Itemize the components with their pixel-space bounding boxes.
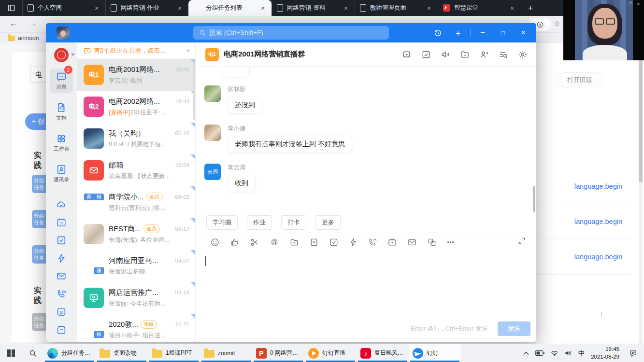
flash-icon[interactable] <box>57 253 66 264</box>
group-task-badge[interactable]: 分组任务 <box>32 245 46 264</box>
my-avatar[interactable] <box>57 27 70 40</box>
mention-icon[interactable]: @ <box>270 237 279 247</box>
send-button[interactable]: 发送 <box>498 321 530 336</box>
add-member-icon[interactable] <box>479 50 489 59</box>
conversation-business-school[interactable]: 勇 桐 商学院小...全员08-02 贾利云(贾利云): [签... <box>77 186 195 218</box>
tab-close-icon[interactable]: × <box>342 4 350 12</box>
study-circle-button[interactable]: 学习圈 <box>206 215 238 230</box>
rail-item-messages[interactable]: 2 消息 <box>50 69 73 93</box>
conversation-shop-operation[interactable]: 网店运营推广...03-18 张雪丽: 今年还有师... <box>77 282 195 314</box>
dingtalk-titlebar[interactable]: 搜索 (Ctrl+Shift+F) ＋ − □ × <box>46 23 536 42</box>
announcement-icon[interactable] <box>441 50 450 59</box>
taskbar-app-ppt-folder[interactable]: 1授课PPT <box>148 344 200 362</box>
minimize-button[interactable]: − <box>474 23 491 42</box>
new-tab-button[interactable]: + <box>521 0 540 16</box>
phone-icon[interactable] <box>56 289 67 299</box>
mail-icon[interactable] <box>407 237 417 247</box>
rail-item-docs[interactable]: 文档 <box>50 99 73 124</box>
wifi-icon[interactable] <box>551 350 558 356</box>
banner-close-icon[interactable]: × <box>186 46 190 55</box>
taskbar-search-button[interactable] <box>22 344 43 362</box>
live-banner[interactable]: 有2个群正在直播，点击... × <box>77 42 195 59</box>
file-icon[interactable] <box>289 237 299 247</box>
language-begin-link[interactable]: language.begin <box>574 253 622 261</box>
global-search-input[interactable]: 搜索 (Ctrl+Shift+F) <box>193 26 389 40</box>
taskbar-app-desktop-folder[interactable]: 桌面杂物 <box>96 344 148 362</box>
tab-close-icon[interactable]: × <box>508 4 516 12</box>
split-screen-icon[interactable] <box>427 237 437 247</box>
member-avatar[interactable] <box>204 85 221 102</box>
rail-item-workbench[interactable]: 工作台 <box>50 130 73 155</box>
message-scrollbar[interactable] <box>533 186 535 212</box>
tab-personal-space[interactable]: 个人空间 × <box>22 0 105 16</box>
open-old-version-button[interactable]: 打开旧版 <box>557 72 603 87</box>
taskbar-app-netease-music[interactable]: ♪ 夏日晚风 - ... <box>357 344 409 362</box>
calendar-icon[interactable]: 29 <box>56 217 67 228</box>
drawer-icon[interactable] <box>56 324 67 335</box>
settings-gear-icon[interactable] <box>518 50 528 59</box>
taskbar-app-zoomit[interactable]: zoomit <box>200 344 252 362</box>
back-button[interactable]: ← <box>10 19 18 28</box>
conversation-self[interactable]: 我（吴昀）05-10 0.0 sE:/ 想要吃下短... <box>77 123 195 154</box>
page-scrollbar[interactable] <box>639 43 643 344</box>
tab-teacher-admin[interactable]: 教师管理页面 × <box>355 0 438 16</box>
member-avatar[interactable] <box>204 125 221 141</box>
favorite-star-icon[interactable]: ☆ <box>554 19 560 28</box>
message-area[interactable]: 张林影 还没到 李小姗 老师我有点事刚才没签上到 不好意思 云周 <box>196 67 536 212</box>
add-icon[interactable]: ＋ <box>450 23 466 42</box>
battery-icon[interactable] <box>535 350 544 356</box>
group-files-icon[interactable] <box>460 50 470 59</box>
checkin-button[interactable]: 打卡 <box>281 215 306 230</box>
live-tv-icon[interactable] <box>387 237 397 247</box>
conversation-ec2002[interactable]: 电2 电商2002网络...19:44 [直播中]231任亚平: ... <box>77 91 195 123</box>
conversation-list-scrollbar[interactable] <box>193 62 195 120</box>
tray-expand-icon[interactable] <box>523 351 529 355</box>
more-button[interactable]: 更多 <box>315 215 341 230</box>
expand-icon[interactable] <box>518 237 526 245</box>
screenshot-scissors-icon[interactable] <box>250 237 259 247</box>
message-bubble[interactable]: 还没到 <box>228 97 262 114</box>
volume-icon[interactable] <box>565 350 572 356</box>
flash-icon[interactable] <box>349 237 358 247</box>
language-begin-link[interactable]: language.begin <box>574 218 622 225</box>
mail-icon[interactable] <box>56 271 67 281</box>
like-icon[interactable] <box>230 237 240 247</box>
browser-menu-icon[interactable] <box>0 0 22 16</box>
tab-close-icon[interactable]: × <box>176 4 184 12</box>
call-icon[interactable] <box>368 237 377 247</box>
webcam-window[interactable]: □ × <box>563 0 644 60</box>
conversation-henan-amazon[interactable]: 雅 河南应用亚马...04-07 张雪退出群聊 <box>77 250 195 282</box>
notification-center-icon[interactable] <box>626 350 640 357</box>
forward-button[interactable]: → <box>29 19 37 28</box>
group-task-badge[interactable]: 分组任务 <box>32 175 46 193</box>
bookmark-airmoon[interactable]: airmoon <box>18 35 39 42</box>
tab-marketing-material[interactable]: 网络营销-资料 × <box>272 0 355 16</box>
group-task-badge-disabled[interactable]: 分组任务 <box>32 313 46 331</box>
language-begin-link[interactable]: language.begin <box>574 182 622 190</box>
input-method-indicator[interactable]: 中 <box>578 349 585 358</box>
chat-avatar[interactable]: 电1 <box>205 48 219 61</box>
member-avatar[interactable]: 云周 <box>204 164 221 180</box>
taskbar-clock[interactable]: 19:45 2021-08-29 <box>591 346 619 361</box>
chat-search-icon[interactable] <box>499 50 508 59</box>
message-input[interactable]: Enter 换行 , Ctrl+Enter 发送 发送 <box>196 251 536 342</box>
taskbar-app-dingtalk[interactable]: 钉钉 <box>409 344 461 362</box>
conversation-2020-edu[interactable]: 楠 2020教...项目10-21 项目小助手: 项目进... <box>77 314 195 342</box>
conversation-mailbox[interactable]: 邮箱16:54 菜鸟裹裹:【状态更新... <box>77 154 195 186</box>
taskbar-app-dingtalk-live[interactable]: 钉钉直播 <box>304 344 357 362</box>
tab-marketing-homework[interactable]: 网络营销-作业 × <box>105 0 188 16</box>
message-bubble[interactable]: 收到 <box>228 175 256 192</box>
tab-close-icon[interactable]: × <box>259 4 267 12</box>
cloud-disk-icon[interactable] <box>56 199 67 210</box>
history-icon[interactable] <box>429 23 446 42</box>
tab-group-task-list[interactable]: 分组任务列表 × <box>188 0 272 16</box>
taskbar-app-powerpoint[interactable]: P 0 网络营销... <box>252 344 304 362</box>
start-button[interactable] <box>0 344 22 362</box>
emoji-icon[interactable] <box>210 237 220 247</box>
more-dots[interactable]: ⋮ <box>598 313 605 316</box>
conversation-best[interactable]: BEST商...全员05-17 朱海(朱海): 各位老师... <box>77 218 195 250</box>
group-task-icon[interactable] <box>421 50 431 59</box>
webcam-window-controls[interactable]: □ × <box>630 1 642 6</box>
ding-icon[interactable]: D <box>56 306 67 317</box>
note-icon[interactable] <box>309 237 319 247</box>
